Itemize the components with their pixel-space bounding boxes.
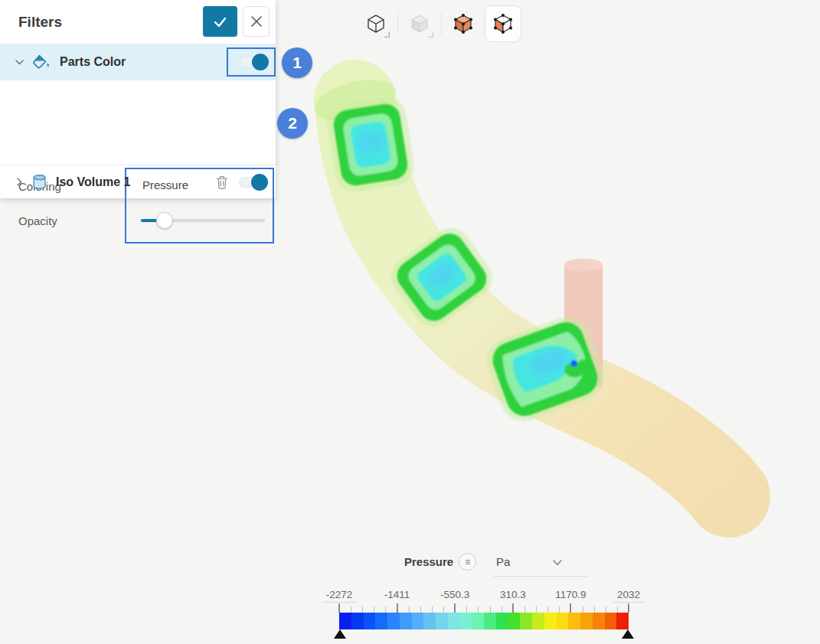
scale-min-handle[interactable]: [334, 629, 346, 639]
legend-field-name: Pressure: [404, 555, 453, 568]
scale-tick-label: 1170.9: [555, 589, 586, 600]
toolbar-separator: [441, 12, 442, 35]
chevron-down-icon: [553, 560, 562, 566]
parts-color-row[interactable]: Parts Color: [0, 44, 276, 80]
opacity-label: Opacity: [18, 214, 57, 227]
scale-min-field[interactable]: -2272: [322, 589, 357, 603]
chevron-down-icon: [15, 60, 24, 65]
hamburger-icon: ≡: [465, 557, 470, 567]
cube-shaded-gray-icon: [410, 14, 429, 34]
toolbar-separator: [397, 12, 398, 35]
scale-tick-label: -1411: [384, 589, 410, 600]
scale-tick-label: -550.3: [440, 589, 469, 600]
scale-ticks: [339, 603, 629, 613]
legend-title-row: Pressure ≡: [404, 553, 476, 570]
annotation-badge-2: 2: [277, 108, 308, 139]
view-mode-button-wireframe[interactable]: [360, 7, 392, 41]
cube-wireframe-icon: [367, 14, 385, 34]
parts-color-toggle[interactable]: [240, 56, 267, 68]
close-button[interactable]: [243, 6, 270, 37]
unit-select[interactable]: Pa: [493, 551, 588, 577]
paint-bucket-icon: [33, 54, 51, 70]
scale-tick-labels: -2272 -1411 -550.3 310.3 1170.9 2032: [339, 589, 629, 602]
legend-menu-button[interactable]: ≡: [459, 553, 476, 570]
unit-select-value: Pa: [496, 555, 510, 568]
confirm-button[interactable]: [203, 6, 237, 37]
cylinder-icon: [31, 174, 47, 190]
view-mode-button-solid-parts[interactable]: [447, 7, 479, 41]
view-mode-button-filtered-parts[interactable]: [485, 5, 521, 42]
parts-color-label: Parts Color: [60, 55, 126, 69]
colorbar: [339, 613, 629, 629]
iso-patch-1: [325, 95, 417, 195]
view-mode-toolbar: [360, 5, 521, 43]
trash-icon[interactable]: [216, 175, 228, 189]
page-title: Filters: [18, 14, 62, 31]
scale-max-field[interactable]: 2032: [613, 589, 644, 603]
iso-volume-toggle[interactable]: [239, 176, 266, 188]
color-scale: -2272 -1411 -550.3 310.3 1170.9 2032: [339, 589, 629, 639]
iso-volume-label: Iso Volume 1: [56, 175, 131, 189]
expand-corner-icon: [384, 32, 390, 38]
view-mode-button-shaded[interactable]: [403, 7, 436, 41]
cube-open-faces-orange-icon: [494, 14, 512, 34]
expand-corner-icon: [428, 32, 433, 38]
filters-panel: Filters Parts Color: [0, 0, 276, 198]
check-icon: [212, 14, 228, 30]
annotation-badge-1: 1: [282, 47, 312, 78]
annotation-highlight-1: [227, 47, 276, 77]
parts-color-controls: Coloring Opacity Pressure: [0, 80, 276, 165]
cube-solid-orange-icon: [454, 14, 472, 34]
scale-tick-label: 310.3: [500, 589, 526, 600]
close-icon: [251, 16, 262, 27]
iso-volume-row[interactable]: Iso Volume 1: [0, 165, 276, 198]
scale-handles: [339, 629, 629, 639]
scale-max-handle[interactable]: [622, 629, 634, 639]
chevron-right-icon: [17, 178, 22, 186]
filters-panel-header: Filters: [0, 0, 276, 44]
